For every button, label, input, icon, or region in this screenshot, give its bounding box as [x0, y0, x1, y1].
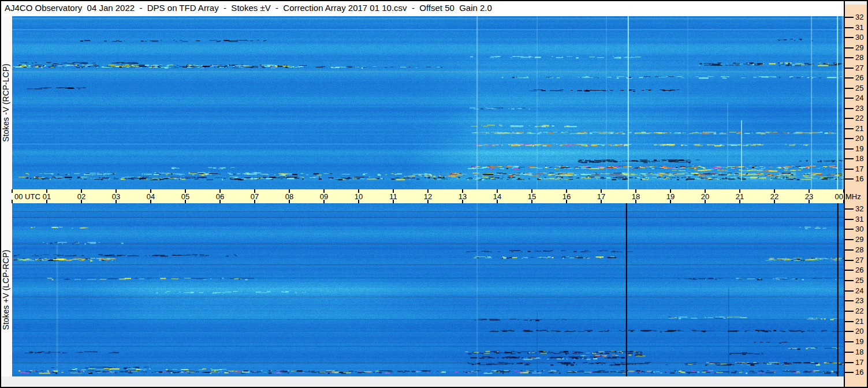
freq-tick [845, 68, 854, 69]
freq-tick-label: 25 [855, 276, 868, 285]
spectrogram-top-canvas [12, 16, 844, 189]
freq-tick [845, 270, 854, 271]
freq-tick [845, 321, 854, 322]
time-tick-label: 05 [177, 192, 194, 201]
freq-tick [845, 331, 854, 332]
freq-tick-label: 20 [855, 327, 868, 335]
time-tick-label: 01 [38, 192, 55, 201]
axis-separator-line [844, 1, 845, 387]
time-tick-top [12, 189, 13, 193]
time-tick-bottom [12, 200, 13, 203]
time-tick-label: 16 [558, 192, 575, 201]
freq-tick [845, 118, 854, 119]
time-tick-label: 15 [523, 192, 541, 201]
time-tick-label: 02 [73, 192, 90, 201]
spectrograph-image: AJ4CO Observatory 04 Jan 2022 - DPS on T… [0, 0, 868, 388]
freq-tick-label: 23 [855, 296, 868, 305]
freq-tick-label: 30 [855, 33, 868, 42]
freq-tick [845, 47, 854, 48]
y-axis-title-bottom: Stokes +V (LCP-RCP) [1, 203, 10, 376]
time-tick-label: 13 [454, 192, 471, 201]
freq-tick-label: 24 [855, 286, 868, 295]
freq-tick [845, 311, 854, 312]
time-tick-label: 08 [281, 192, 298, 201]
chart-title: AJ4CO Observatory 04 Jan 2022 - DPS on T… [5, 3, 492, 13]
freq-tick [845, 57, 854, 58]
freq-tick-label: 25 [855, 84, 868, 92]
freq-tick [845, 128, 854, 129]
freq-tick [845, 300, 854, 301]
freq-tick [845, 158, 854, 159]
freq-unit-label: MHz [845, 192, 861, 201]
time-tick-label: 22 [766, 192, 783, 201]
freq-tick [845, 208, 854, 210]
freq-tick [845, 77, 854, 79]
time-tick-label: 19 [662, 192, 679, 201]
freq-tick-label: 21 [855, 317, 868, 326]
freq-tick-label: 17 [855, 358, 868, 367]
freq-tick [845, 108, 854, 109]
freq-tick-label: 26 [855, 266, 868, 274]
freq-tick-label: 19 [855, 337, 868, 346]
freq-tick-label: 22 [855, 307, 868, 315]
freq-tick [845, 219, 854, 220]
freq-tick-label: 16 [855, 174, 868, 183]
freq-tick [845, 37, 854, 38]
freq-tick-label: 27 [855, 256, 868, 264]
time-tick-label: 14 [489, 192, 506, 201]
time-tick-bottom [843, 200, 844, 203]
time-tick-label: 20 [696, 192, 714, 201]
time-tick-label: 23 [800, 192, 818, 201]
time-tick-label: 00 [826, 192, 843, 201]
freq-tick [845, 260, 854, 261]
freq-tick-label: 17 [855, 165, 868, 173]
freq-tick-label: 22 [855, 114, 868, 122]
time-tick-label: 03 [107, 192, 125, 201]
freq-tick [845, 352, 854, 353]
time-tick-label: 21 [731, 192, 748, 201]
spectrogram-bottom-canvas [12, 203, 844, 376]
freq-tick-label: 23 [855, 104, 868, 113]
freq-tick [845, 372, 854, 373]
time-tick-top [843, 189, 844, 193]
freq-tick-label: 31 [855, 215, 868, 223]
freq-tick-label: 31 [855, 23, 868, 32]
y-axis-title-top: Stokes -V (RCP-LCP) [1, 16, 10, 189]
freq-tick [845, 239, 854, 240]
time-tick-label: 10 [350, 192, 367, 201]
time-tick-label: 04 [142, 192, 159, 201]
freq-tick [845, 341, 854, 342]
freq-tick-label: 32 [855, 204, 868, 213]
freq-tick [845, 229, 854, 230]
time-tick-label: 17 [593, 192, 610, 201]
freq-tick [845, 280, 854, 281]
time-tick-label: 09 [315, 192, 333, 201]
freq-tick-label: 30 [855, 225, 868, 233]
time-tick-label: 11 [385, 192, 402, 201]
freq-tick-label: 21 [855, 124, 868, 133]
freq-tick [845, 178, 854, 180]
freq-tick [845, 27, 854, 28]
freq-tick-label: 20 [855, 134, 868, 143]
freq-tick [845, 98, 854, 99]
time-tick-label: 18 [627, 192, 645, 201]
time-tick-label: 06 [211, 192, 229, 201]
freq-tick-label: 29 [855, 43, 868, 52]
freq-tick [845, 88, 854, 89]
freq-tick-label: 28 [855, 53, 868, 62]
bottom-margin [1, 376, 844, 387]
freq-tick-label: 18 [855, 154, 868, 163]
freq-tick-label: 27 [855, 64, 868, 72]
freq-tick [845, 148, 854, 150]
time-tick-label: 00 UTC [14, 192, 40, 201]
freq-tick-label: 24 [855, 94, 868, 102]
freq-tick [845, 138, 854, 139]
freq-tick-label: 28 [855, 245, 868, 254]
freq-tick [845, 169, 854, 170]
freq-tick [845, 362, 854, 363]
freq-tick [845, 249, 854, 251]
freq-tick-label: 29 [855, 235, 868, 244]
freq-tick-label: 19 [855, 144, 868, 153]
time-tick-label: 07 [246, 192, 263, 201]
time-tick-label: 12 [419, 192, 437, 201]
